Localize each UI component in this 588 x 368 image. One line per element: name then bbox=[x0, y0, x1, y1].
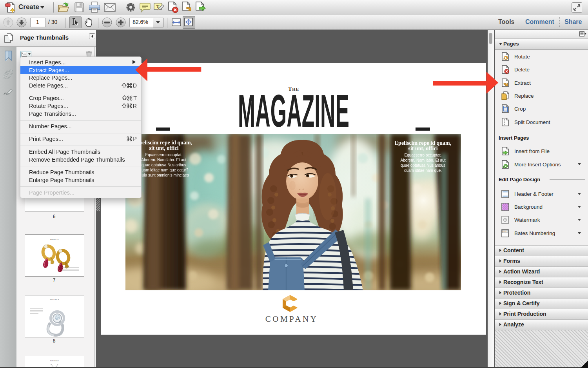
svg-text:Equaeserro occuptat.: Equaeserro occuptat. bbox=[404, 153, 441, 157]
svg-text:Aborem. Nam labo. Et aut: Aborem. Nam labo. Et aut bbox=[400, 158, 445, 162]
svg-text:BRILLIANCE: BRILLIANCE bbox=[50, 299, 59, 301]
svg-text:quae optatusa Nus aribus: quae optatusa Nus aribus bbox=[142, 163, 186, 167]
svg-text:sit unt, offici: sit unt, offici bbox=[149, 145, 178, 151]
svg-text:0012: 0012 bbox=[503, 230, 508, 233]
svg-text:AMBERLUX: AMBERLUX bbox=[50, 239, 59, 240]
svg-text:Epeliscim repe id quam,: Epeliscim repe id quam, bbox=[136, 140, 192, 146]
svg-text:sit unt, offici: sit unt, offici bbox=[408, 146, 437, 151]
svg-text:ELEGANCE: ELEGANCE bbox=[50, 360, 59, 362]
svg-text:quam iditae nam que eatur?: quam iditae nam que eatur? bbox=[140, 168, 189, 172]
svg-text:Aborem. Nam labo. Et aut: Aborem. Nam labo. Et aut bbox=[141, 158, 186, 162]
svg-text:Quia sunt omnienis minciaes: Quia sunt omnienis minciaes bbox=[139, 173, 189, 177]
svg-text:MAGAZINE: MAGAZINE bbox=[238, 90, 349, 129]
svg-text:Epeliscim repe id quam,: Epeliscim repe id quam, bbox=[395, 140, 451, 146]
svg-text:quae optatusa Nus aribus: quae optatusa Nus aribus bbox=[401, 163, 445, 168]
svg-text:quam iditae nam que.: quam iditae nam que. bbox=[404, 168, 442, 173]
svg-text:Equaeserro occuptat.: Equaeserro occuptat. bbox=[145, 153, 182, 157]
